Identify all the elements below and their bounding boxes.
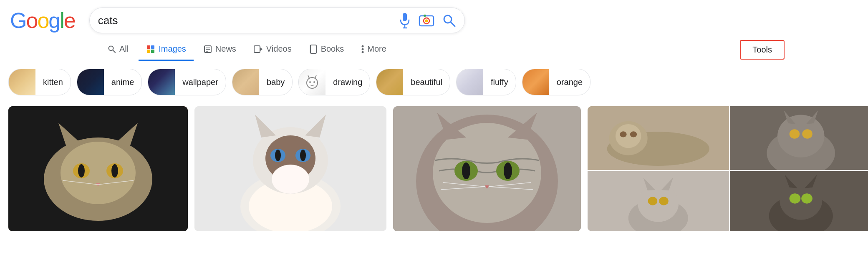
chips-row: kitten anime wallpaper baby drawing beau… [0,61,868,103]
image-cat4[interactable] [588,106,868,231]
svg-point-24 [362,48,364,50]
tab-news[interactable]: News [196,38,244,61]
svg-point-26 [307,78,318,88]
cat4-sub3 [588,171,729,231]
svg-line-10 [113,50,115,52]
logo-e: e [64,8,75,33]
svg-point-53 [300,150,306,161]
cat4-sub1 [588,106,729,170]
image-cat3[interactable] [393,106,581,231]
tab-images[interactable]: Images [139,38,194,61]
camera-icon [419,12,434,28]
svg-point-73 [616,124,641,148]
cat4-sub2 [730,106,868,170]
chip-anime-image [77,69,104,95]
tools-button[interactable]: Tools [740,40,785,60]
svg-point-28 [313,81,315,83]
tab-videos[interactable]: Videos [246,38,299,61]
chip-wallpaper-label: wallpaper [175,78,226,87]
tab-more[interactable]: More [354,38,394,61]
chip-orange-image [522,69,549,95]
svg-point-55 [272,165,309,194]
search-input[interactable]: cats [98,14,392,27]
logo-g2: g [48,8,60,33]
svg-rect-12 [151,45,154,49]
chip-fluffy[interactable]: fluffy [456,69,516,95]
search-icon [442,13,456,28]
tab-all[interactable]: All [100,38,136,61]
svg-point-38 [78,164,85,178]
tab-books[interactable]: Books [302,38,352,61]
logo-l: l [60,8,64,33]
svg-point-64 [504,162,512,179]
svg-rect-21 [310,45,316,53]
chip-beautiful[interactable]: beautiful [376,69,450,95]
image-grid [0,103,868,235]
search-icons [399,12,456,29]
videos-tab-icon [254,45,263,53]
chip-anime[interactable]: anime [77,69,142,95]
chip-fluffy-label: fluffy [483,78,516,87]
svg-point-82 [802,129,812,138]
chip-wallpaper-image [148,69,175,95]
svg-marker-20 [260,48,262,51]
nav-tabs-left: All Images News [100,38,394,61]
image-cat2[interactable] [194,106,386,231]
more-tab-icon [361,45,364,53]
cat4-sub2-illustration [730,106,868,170]
svg-line-8 [451,22,455,26]
svg-line-30 [315,75,316,78]
chip-beautiful-image [376,69,403,95]
svg-point-39 [111,164,118,178]
chip-kitten-label: kitten [35,78,71,87]
news-tab-icon [204,45,212,53]
svg-point-33 [61,142,136,204]
cat4-sub3-illustration [588,171,729,231]
svg-point-23 [362,45,364,47]
image-cat1[interactable] [8,106,188,231]
svg-line-29 [308,75,309,78]
svg-rect-14 [151,50,154,53]
svg-point-95 [789,193,800,204]
svg-point-96 [801,193,812,204]
lens-button[interactable] [419,12,434,28]
svg-rect-19 [254,46,260,52]
svg-rect-13 [147,50,150,53]
svg-point-75 [630,131,637,137]
chip-kitten-image [9,69,35,95]
chip-orange-label: orange [549,78,590,87]
google-logo[interactable]: Google [10,8,75,33]
chip-drawing[interactable]: drawing [298,69,370,95]
books-tab-icon [309,45,318,54]
svg-point-85 [638,185,679,222]
tab-videos-label: Videos [266,44,292,54]
logo-g: G [10,8,26,33]
chip-orange[interactable]: orange [522,69,590,95]
images-tab-icon [146,45,155,54]
cat4-sub4 [730,171,868,231]
svg-rect-0 [403,13,407,21]
cat4-sub4-illustration [730,171,868,231]
chip-anime-label: anime [104,78,141,87]
tab-books-label: Books [321,44,344,54]
svg-point-52 [275,150,281,161]
svg-point-89 [659,197,668,205]
chip-wallpaper[interactable]: wallpaper [148,69,226,95]
logo-o2: o [37,8,48,33]
tab-images-label: Images [159,44,186,54]
chip-drawing-label: drawing [326,78,370,87]
chip-baby[interactable]: baby [232,69,293,95]
svg-point-25 [362,51,364,53]
svg-point-5 [425,20,428,22]
svg-point-63 [462,162,470,179]
svg-point-92 [780,181,822,220]
microphone-button[interactable] [399,12,411,29]
svg-point-88 [648,197,657,205]
svg-point-74 [620,131,626,137]
svg-point-27 [309,81,311,83]
svg-point-78 [777,115,824,157]
search-button[interactable] [442,13,456,28]
logo-o1: o [26,8,37,33]
chip-kitten[interactable]: kitten [8,69,71,95]
svg-rect-6 [424,15,426,17]
